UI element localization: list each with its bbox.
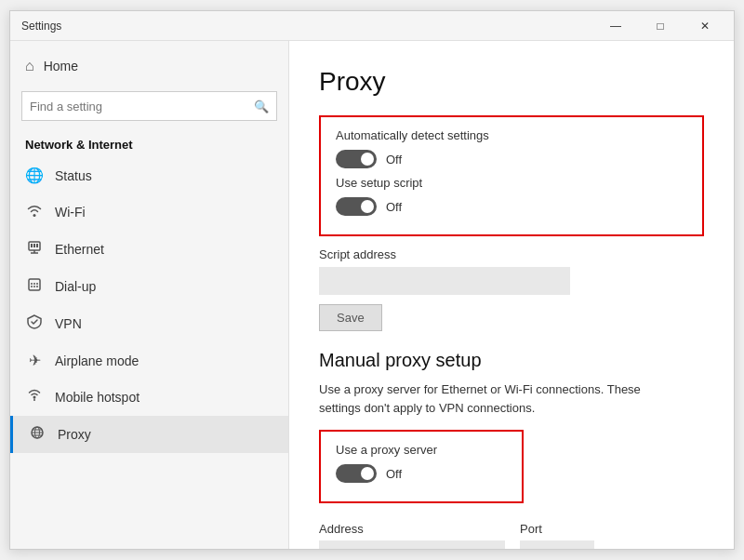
address-input[interactable] (319, 540, 505, 549)
detect-settings-toggle-label: Off (386, 153, 402, 167)
sidebar-item-label-ethernet: Ethernet (55, 242, 104, 257)
hotspot-icon (25, 388, 44, 407)
wifi-icon (25, 203, 44, 221)
sidebar-item-airplane[interactable]: ✈ Airplane mode (10, 342, 288, 379)
address-label: Address (319, 522, 505, 536)
sidebar: ⌂ Home 🔍 Network & Internet 🌐 Status (10, 41, 289, 549)
main-content: Proxy Automatically detect settings Off … (289, 41, 734, 549)
home-nav-item[interactable]: ⌂ Home (10, 48, 288, 84)
airplane-icon: ✈ (25, 352, 44, 369)
sidebar-item-vpn[interactable]: VPN (10, 305, 288, 342)
sidebar-item-label-vpn: VPN (55, 316, 82, 331)
use-proxy-server-section: Use a proxy server Off (319, 430, 524, 503)
script-address-input[interactable] (319, 267, 570, 295)
port-input[interactable] (520, 540, 594, 549)
svg-point-12 (36, 286, 38, 287)
ethernet-icon (25, 240, 44, 259)
vpn-icon (25, 314, 44, 333)
svg-rect-5 (36, 244, 38, 247)
proxy-server-label: Use a proxy server (336, 443, 507, 457)
search-input[interactable] (30, 100, 248, 113)
sidebar-item-label-proxy: Proxy (58, 427, 91, 442)
sidebar-item-label-status: Status (55, 168, 92, 183)
proxy-icon (28, 425, 46, 444)
close-button[interactable]: ✕ (684, 11, 726, 41)
detect-settings-toggle[interactable] (336, 150, 377, 168)
sidebar-item-label-dialup: Dial-up (55, 279, 96, 294)
svg-point-11 (33, 286, 35, 287)
sidebar-item-wifi[interactable]: Wi-Fi (10, 193, 288, 231)
setup-script-toggle-row: Off (336, 197, 687, 216)
address-column: Address (319, 522, 505, 549)
automatic-proxy-section: Automatically detect settings Off Use se… (319, 115, 704, 236)
sidebar-item-ethernet[interactable]: Ethernet (10, 231, 288, 268)
svg-rect-4 (33, 244, 35, 247)
sidebar-item-label-airplane: Airplane mode (55, 353, 139, 368)
detect-settings-toggle-row: Off (336, 150, 687, 168)
svg-point-9 (36, 283, 38, 285)
home-label: Home (44, 59, 78, 73)
search-icon: 🔍 (254, 100, 269, 113)
setup-script-toggle-label: Off (386, 200, 402, 214)
sidebar-item-status[interactable]: 🌐 Status (10, 157, 288, 193)
manual-section-title: Manual proxy setup (319, 350, 704, 371)
script-address-label: Script address (319, 247, 704, 261)
content-area: ⌂ Home 🔍 Network & Internet 🌐 Status (10, 41, 734, 549)
svg-point-10 (31, 286, 33, 287)
save-button[interactable]: Save (319, 304, 382, 331)
setup-script-label: Use setup script (336, 176, 687, 190)
sidebar-item-proxy[interactable]: Proxy (10, 416, 288, 453)
svg-point-7 (31, 283, 33, 285)
detect-settings-label: Automatically detect settings (336, 128, 687, 142)
sidebar-item-dialup[interactable]: Dial-up (10, 268, 288, 305)
sidebar-item-hotspot[interactable]: Mobile hotspot (10, 379, 288, 416)
settings-window: Settings — □ ✕ ⌂ Home 🔍 Network & Intern… (9, 10, 735, 550)
svg-rect-3 (31, 244, 33, 247)
proxy-server-toggle-row: Off (336, 464, 507, 483)
svg-point-8 (33, 283, 35, 285)
proxy-server-toggle-label: Off (386, 467, 402, 481)
svg-point-13 (33, 396, 36, 399)
window-controls: — □ ✕ (594, 11, 726, 41)
port-label: Port (520, 522, 594, 536)
manual-section-description: Use a proxy server for Ethernet or Wi-Fi… (319, 380, 672, 417)
sidebar-item-label-hotspot: Mobile hotspot (55, 390, 140, 405)
address-port-row: Address Port (319, 522, 704, 549)
titlebar: Settings — □ ✕ (10, 11, 734, 41)
proxy-server-toggle[interactable] (336, 464, 377, 483)
setup-script-toggle[interactable] (336, 197, 377, 216)
sidebar-section-title: Network & Internet (10, 128, 288, 157)
maximize-button[interactable]: □ (639, 11, 682, 41)
search-box[interactable]: 🔍 (21, 91, 277, 121)
port-column: Port (520, 522, 594, 549)
page-title: Proxy (319, 67, 704, 97)
minimize-button[interactable]: — (594, 11, 637, 41)
dialup-icon (25, 277, 44, 296)
status-icon: 🌐 (25, 167, 44, 184)
home-icon: ⌂ (25, 58, 34, 74)
sidebar-item-label-wifi: Wi-Fi (55, 205, 86, 220)
window-title: Settings (21, 20, 61, 33)
